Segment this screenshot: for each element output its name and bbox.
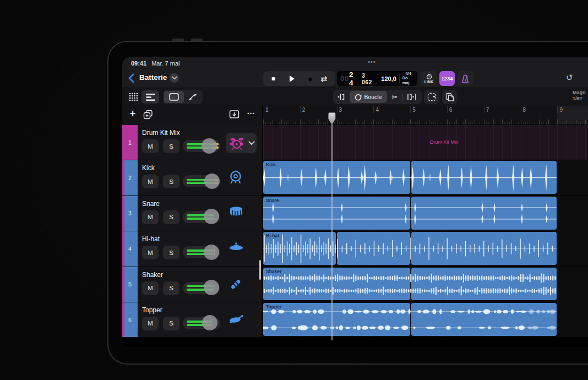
track-name[interactable]: Kick xyxy=(142,164,155,172)
record-button[interactable]: ● xyxy=(308,75,312,83)
volume-slider[interactable] xyxy=(183,317,220,329)
status-bar: 09:41Mar. 7 mai ••• xyxy=(122,57,588,69)
volume-knob[interactable] xyxy=(204,245,219,260)
loop-tool-button[interactable]: Boucle xyxy=(350,91,387,103)
project-menu-button[interactable] xyxy=(170,73,179,83)
cycle-button[interactable]: ⇄ xyxy=(321,75,328,83)
timeline-lane-snare[interactable]: Snare xyxy=(263,196,588,231)
project-title[interactable]: Batterie xyxy=(139,73,167,82)
track-name[interactable]: Snare xyxy=(142,200,160,208)
track-name[interactable]: Topper xyxy=(142,306,162,314)
track-icon-button[interactable] xyxy=(226,133,257,153)
solo-button[interactable]: S xyxy=(163,281,179,295)
solo-button[interactable]: S xyxy=(163,139,179,153)
track-icon[interactable] xyxy=(228,276,243,294)
track-icon[interactable] xyxy=(228,205,244,221)
solo-button[interactable]: S xyxy=(163,246,179,259)
undo-button[interactable]: ↺ xyxy=(566,73,573,83)
back-button[interactable] xyxy=(127,72,138,84)
volume-slider[interactable] xyxy=(183,140,220,152)
track-header-shaker[interactable]: 5 Shaker M S xyxy=(122,267,262,302)
volume-slider[interactable] xyxy=(183,211,220,223)
track-color-band[interactable]: 6 xyxy=(122,302,138,337)
trim-tool-button[interactable] xyxy=(403,91,421,103)
track-icon[interactable] xyxy=(228,241,244,255)
stop-button[interactable]: ■ xyxy=(271,75,275,82)
header-scrollbar[interactable] xyxy=(259,260,261,280)
track-name[interactable]: Shaker xyxy=(142,271,163,279)
timeline-lane-kick[interactable]: Kick xyxy=(263,160,588,196)
track-color-band[interactable]: 2 xyxy=(122,160,138,195)
volume-knob[interactable] xyxy=(202,138,217,154)
track-header-kick[interactable]: 2 Kick M S xyxy=(122,160,262,196)
track-color-band[interactable]: 4 xyxy=(122,231,138,266)
multitasking-dots-icon[interactable]: ••• xyxy=(368,58,376,65)
volume-knob[interactable] xyxy=(204,173,220,189)
loop-browser-button[interactable] xyxy=(126,90,140,104)
track-header-drum-kit-mix[interactable]: 1 Drum Kit Mix M S xyxy=(122,125,262,160)
solo-button[interactable]: S xyxy=(163,175,179,188)
timeline-lane-topper[interactable]: Topper xyxy=(263,302,588,338)
automation-button[interactable] xyxy=(184,91,202,103)
volume-knob[interactable] xyxy=(202,315,217,330)
track-color-band[interactable]: 3 xyxy=(122,196,138,231)
lcd-position: 2 4 xyxy=(349,70,360,87)
play-button[interactable] xyxy=(284,73,300,84)
regions-view-button[interactable] xyxy=(164,91,184,103)
tracks-view-button[interactable] xyxy=(141,90,159,104)
chevron-down-icon[interactable] xyxy=(248,141,255,145)
paste-button[interactable] xyxy=(442,90,458,104)
duplicate-track-button[interactable] xyxy=(143,110,153,122)
bar-ruler[interactable]: 123456789 xyxy=(263,106,588,125)
count-in-button[interactable]: 1234 xyxy=(439,71,455,86)
track-header-snare[interactable]: 3 Snare M S xyxy=(122,196,262,231)
tracks-view-icon xyxy=(146,93,155,101)
import-button[interactable] xyxy=(229,110,239,121)
track-color-band[interactable]: 1 xyxy=(122,125,138,160)
track-color-band[interactable]: 5 xyxy=(122,267,138,302)
scissors-icon: ✂ xyxy=(392,93,398,101)
mute-button[interactable]: M xyxy=(142,317,159,330)
solo-button[interactable]: S xyxy=(163,317,179,330)
mute-button[interactable]: M xyxy=(142,210,159,224)
volume-slider[interactable] xyxy=(183,175,220,187)
bar-number: 2 xyxy=(302,107,306,113)
volume-slider[interactable] xyxy=(183,282,220,294)
bar-number: 4 xyxy=(375,107,379,113)
volume-knob[interactable] xyxy=(204,280,219,295)
solo-button[interactable]: S xyxy=(163,210,179,224)
chevron-down-icon xyxy=(172,77,177,79)
track-number: 1 xyxy=(128,139,132,146)
volume-slider[interactable] xyxy=(183,246,220,258)
link-button[interactable]: LINK xyxy=(421,71,437,86)
track-name[interactable]: Hi-hat xyxy=(142,235,160,243)
bar-number: 7 xyxy=(486,107,489,113)
timeline-lane-shaker[interactable]: Shaker xyxy=(263,267,588,302)
ipad-device: 09:41Mar. 7 mai ••• Batterie ■ ● ⇄ xyxy=(107,41,588,365)
kick-drum-icon xyxy=(228,170,243,185)
timeline-lane-hi-hat[interactable]: Hi-hat xyxy=(263,231,588,267)
lcd-leading-zeros: 00 xyxy=(340,74,349,83)
track-header-hi-hat[interactable]: 4 Hi-hat M S xyxy=(122,231,262,267)
more-options-button[interactable]: … xyxy=(247,106,255,116)
region-label: Kick xyxy=(266,162,276,167)
snap-setting[interactable]: Magn 1/8T xyxy=(573,90,588,102)
mute-button[interactable]: M xyxy=(142,175,159,188)
trim-icon xyxy=(407,93,417,101)
split-tool-button[interactable]: ✂ xyxy=(387,91,402,103)
mute-button[interactable]: M xyxy=(142,139,159,153)
track-name[interactable]: Drum Kit Mix xyxy=(142,129,180,137)
lcd-display[interactable]: 00 2 4 3 062 120,0 4/4 Do maj xyxy=(337,71,417,86)
volume-knob[interactable] xyxy=(204,209,219,224)
track-icon[interactable] xyxy=(228,312,244,328)
timeline-lane-drum-kit-mix[interactable]: Drum Kit Mix xyxy=(263,125,588,160)
mute-button[interactable]: M xyxy=(142,281,159,295)
mute-button[interactable]: M xyxy=(142,246,159,259)
copy-button[interactable] xyxy=(424,90,439,104)
link-icon xyxy=(426,74,432,80)
add-track-button[interactable]: + xyxy=(127,108,139,120)
track-header-topper[interactable]: 6 Topper M S xyxy=(122,302,262,338)
track-icon[interactable] xyxy=(228,170,243,187)
metronome-button[interactable] xyxy=(457,71,473,86)
marquee-tool-button[interactable] xyxy=(334,91,350,103)
